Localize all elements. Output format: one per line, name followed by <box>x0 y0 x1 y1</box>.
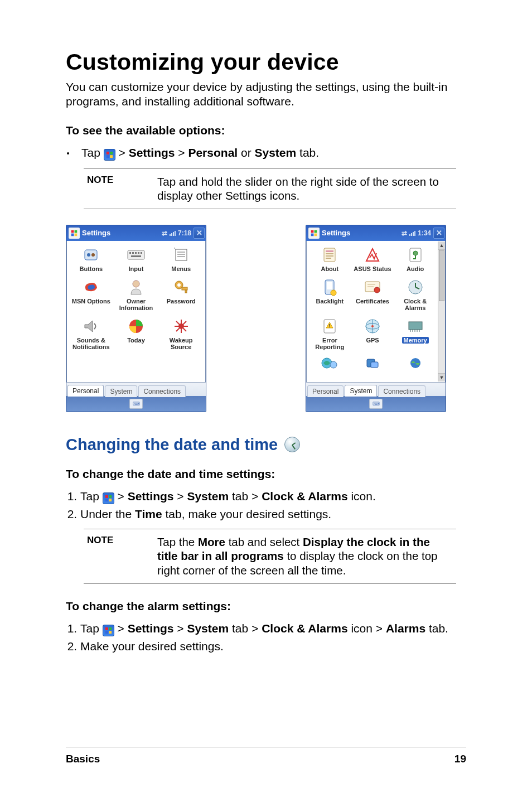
start-icon[interactable] <box>308 228 320 239</box>
svg-rect-7 <box>75 233 78 236</box>
item-extra-2[interactable] <box>351 352 394 376</box>
text-tap: Tap <box>81 146 100 159</box>
item-owner-info[interactable]: Owner Information <box>114 277 159 313</box>
item-extra-1[interactable] <box>308 352 351 376</box>
text-personal: Personal <box>188 146 238 159</box>
svg-rect-2 <box>107 155 109 158</box>
svg-rect-15 <box>138 252 139 254</box>
item-sounds[interactable]: Sounds & Notifications <box>69 316 114 352</box>
svg-rect-12 <box>129 252 131 254</box>
text-sep1: > <box>119 146 129 159</box>
tab-personal[interactable]: Personal <box>67 385 104 397</box>
svg-rect-36 <box>311 233 314 236</box>
note-text: Tap the More tab and select Display the … <box>157 535 453 578</box>
tab-connections[interactable]: Connections <box>138 385 186 397</box>
item-certificates[interactable]: Certificates <box>351 277 394 313</box>
item-wakeup[interactable]: Wakeup Source <box>158 316 204 352</box>
tray: ⇄ 7:18 <box>162 229 191 237</box>
close-icon[interactable]: ✕ <box>433 228 444 239</box>
item-backlight[interactable]: Backlight <box>308 277 351 313</box>
tab-connections[interactable]: Connections <box>378 385 425 397</box>
titlebar: Settings ⇄ 7:18 ✕ <box>66 225 206 241</box>
svg-rect-73 <box>105 495 108 498</box>
buttons-icon <box>81 245 100 264</box>
item-memory[interactable]: Memory <box>394 316 437 352</box>
item-msn-options[interactable]: MSN Options <box>69 277 114 313</box>
input-icon <box>127 245 146 264</box>
step-2: Under the Time tab, make your desired se… <box>80 508 466 521</box>
clock-time: 1:34 <box>418 229 431 237</box>
intro-text: You can customize your device by adjusti… <box>66 80 466 109</box>
page-footer: Basics 19 <box>66 747 466 765</box>
start-icon <box>104 149 115 161</box>
footer-page-number: 19 <box>454 753 466 765</box>
svg-point-10 <box>91 253 95 257</box>
tab-system[interactable]: System <box>345 385 377 397</box>
item-clock-alarms[interactable]: Clock & Alarms <box>394 277 437 313</box>
start-icon <box>103 625 114 636</box>
start-icon[interactable] <box>69 228 80 239</box>
memory-icon <box>406 317 425 336</box>
item-extra-3[interactable] <box>394 352 437 376</box>
item-about[interactable]: About <box>308 244 351 274</box>
tab-bar: Personal System Connections <box>66 382 206 396</box>
item-today[interactable]: Today <box>114 316 159 352</box>
note-label: NOTE <box>87 535 137 578</box>
svg-rect-74 <box>109 495 112 498</box>
svg-rect-26 <box>185 290 187 293</box>
scroll-thumb[interactable] <box>439 250 444 301</box>
svg-point-24 <box>177 283 181 287</box>
start-icon <box>103 492 114 504</box>
clock-alarms-icon <box>406 278 425 297</box>
connectivity-icon: ⇄ <box>402 229 407 237</box>
scrollbar[interactable]: ▲ ▼ <box>438 241 445 381</box>
svg-rect-40 <box>326 253 333 254</box>
item-password[interactable]: Password <box>158 277 204 313</box>
note-box-1: NOTE Tap and hold the slider on the righ… <box>84 168 456 209</box>
svg-rect-80 <box>109 631 112 634</box>
svg-rect-11 <box>128 250 144 259</box>
page-title: Customizing your device <box>66 49 466 75</box>
text-or: or <box>238 146 254 159</box>
note-box-2: NOTE Tap the More tab and select Display… <box>84 529 456 584</box>
item-buttons[interactable]: Buttons <box>69 244 114 274</box>
close-icon[interactable]: ✕ <box>194 228 205 239</box>
svg-rect-5 <box>75 230 78 233</box>
svg-point-49 <box>374 287 380 293</box>
changing-date-time-heading: Changing the date and time <box>66 436 466 454</box>
today-icon <box>127 317 146 336</box>
backlight-icon <box>320 278 339 297</box>
settings-window-personal: Settings ⇄ 7:18 ✕ Buttons Input Menus MS… <box>66 225 206 412</box>
svg-point-47 <box>331 290 336 296</box>
keyboard-icon[interactable]: ⌨ <box>369 399 383 409</box>
audio-icon <box>406 245 425 264</box>
scroll-up-icon[interactable]: ▲ <box>438 241 445 250</box>
keyboard-icon[interactable]: ⌨ <box>129 399 143 409</box>
svg-rect-17 <box>131 255 141 257</box>
scroll-down-icon[interactable]: ▼ <box>438 373 445 381</box>
wakeup-icon <box>172 317 191 336</box>
bottom-bar: ⌨ <box>306 396 446 412</box>
tab-system[interactable]: System <box>105 385 137 397</box>
tab-personal[interactable]: Personal <box>307 385 344 397</box>
note-label: NOTE <box>87 175 137 203</box>
svg-rect-62 <box>409 322 422 330</box>
sounds-icon <box>81 317 100 336</box>
item-asus-status[interactable]: ASUS Status <box>351 244 394 274</box>
item-audio[interactable]: Audio <box>394 244 437 274</box>
item-error-reporting[interactable]: !Error Reporting <box>308 316 351 352</box>
text-tab: tab. <box>296 146 319 159</box>
available-options-heading: To see the available options: <box>66 124 466 137</box>
item-input[interactable]: Input <box>114 244 159 274</box>
menus-icon <box>172 245 191 264</box>
owner-icon <box>127 278 146 297</box>
svg-rect-13 <box>132 252 134 254</box>
svg-point-69 <box>330 361 337 368</box>
settings-window-system: Settings ⇄ 1:34 ✕ About ASUS Status Audi… <box>306 225 446 412</box>
step-2: Make your desired settings. <box>80 640 466 653</box>
signal-icon <box>409 230 415 236</box>
item-gps[interactable]: GPS <box>351 316 394 352</box>
step-1: Tap > Settings > System tab > Clock & Al… <box>80 490 466 504</box>
item-menus[interactable]: Menus <box>158 244 204 274</box>
svg-rect-41 <box>326 255 333 257</box>
